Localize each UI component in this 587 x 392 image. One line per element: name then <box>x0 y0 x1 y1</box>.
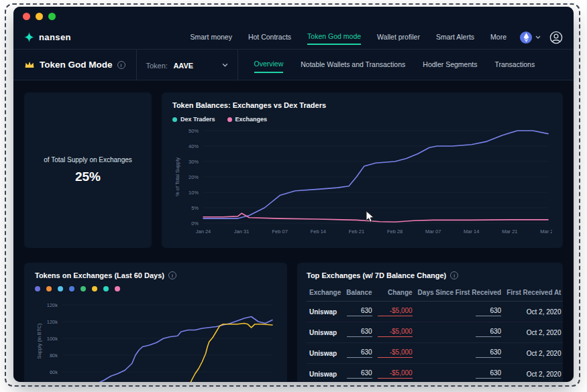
token-select-value: AAVE <box>173 62 193 70</box>
chart-title: Token Balances: Exchanges vs Dex Traders <box>172 101 552 109</box>
cell-first-received-at: Oct 2, 2020 <box>504 322 563 343</box>
cell-change: -$5,000 <box>375 364 415 383</box>
nav-item-wallet-profiler[interactable]: Wallet profiler <box>377 30 420 44</box>
brand-name: nansen <box>39 32 71 42</box>
legend-dot-7[interactable] <box>103 286 109 291</box>
legend-label: Dex Traders <box>180 116 215 123</box>
cell-first-received-at: Oct 2, 2020 <box>504 343 563 364</box>
value-with-tooltip[interactable]: 630 <box>476 328 501 337</box>
cell-days-since-first-received: 630 <box>415 364 504 383</box>
close-button[interactable] <box>23 13 30 20</box>
value-with-tooltip[interactable]: 630 <box>347 369 372 379</box>
value-with-tooltip[interactable]: 630 <box>347 328 372 337</box>
info-icon[interactable]: i <box>450 271 458 279</box>
app-window: nansen Smart moneyHot ContractsToken God… <box>13 7 574 382</box>
cell-first-received-at: Oct 2, 2020 <box>504 302 563 322</box>
cell-days-since-first-received: 630 <box>415 322 504 343</box>
tab-overview[interactable]: Overview <box>254 56 284 73</box>
svg-text:Supply (in BTC): Supply (in BTC) <box>36 323 42 358</box>
crown-icon <box>24 60 35 69</box>
cell-balance: 630 <box>343 364 374 383</box>
table-title: Top Exchanges (w/ 7D Balance Change) <box>307 271 446 279</box>
column-header-exchange[interactable]: Exchange <box>307 285 343 302</box>
svg-text:30%: 30% <box>189 159 199 165</box>
info-icon[interactable]: i <box>117 61 125 69</box>
legend-item-dex-traders[interactable]: Dex Traders <box>172 116 215 123</box>
titlebar <box>13 7 574 25</box>
column-header-change[interactable]: Change <box>375 285 415 302</box>
legend-dot-8[interactable] <box>115 286 120 291</box>
balances-chart[interactable]: 0%5%10%20%30%40%50%Jan 24Jan 31Feb 07Feb… <box>172 124 552 238</box>
cell-change: -$5,000 <box>375 302 415 322</box>
column-header-balance[interactable]: Balance <box>343 285 374 302</box>
token-select-label: Token: <box>146 62 168 70</box>
page-title: Token God Mode <box>40 60 113 70</box>
nansen-logo-icon <box>24 32 34 42</box>
value-with-tooltip[interactable]: 630 <box>347 307 372 316</box>
token-select[interactable]: Token: AAVE <box>137 50 237 80</box>
svg-text:Jan 31: Jan 31 <box>234 228 250 235</box>
cell-balance: 630 <box>343 322 374 343</box>
brand[interactable]: nansen <box>24 32 71 42</box>
column-header-days-since-first-received[interactable]: Days Since First Received <box>415 285 504 302</box>
legend-dot-6[interactable] <box>92 286 97 291</box>
cell-balance: 630 <box>343 302 374 322</box>
cell-exchange: Uniswap <box>307 302 343 322</box>
tokens-chart[interactable]: 120k120k100k80k60kSupply (in BTC) <box>35 294 276 382</box>
table-row: Uniswap630-$5,000630Oct 2, 2020 <box>307 343 563 364</box>
svg-text:50%: 50% <box>189 128 199 134</box>
svg-text:Feb 14: Feb 14 <box>311 228 326 235</box>
account-button[interactable] <box>549 31 563 44</box>
value-with-tooltip[interactable]: 630 <box>476 369 501 379</box>
legend-label: Exchanges <box>235 116 268 123</box>
svg-text:Jan 24: Jan 24 <box>196 228 211 235</box>
negative-change-value[interactable]: -$5,000 <box>378 369 413 379</box>
svg-text:Mar 28: Mar 28 <box>540 228 552 235</box>
nav-item-smart-money[interactable]: Smart money <box>190 30 231 44</box>
legend-dot-icon <box>172 117 177 122</box>
ethereum-icon <box>520 31 532 44</box>
value-with-tooltip[interactable]: 630 <box>476 348 501 358</box>
cell-days-since-first-received: 630 <box>415 302 504 322</box>
tab-hodler-segments[interactable]: Hodler Segments <box>423 57 477 72</box>
value-with-tooltip[interactable]: 630 <box>476 307 501 316</box>
tab-notable-wallets-and-transactions[interactable]: Notable Wallets and Transactions <box>301 57 405 72</box>
value-with-tooltip[interactable]: 630 <box>347 348 372 358</box>
chevron-down-icon <box>222 63 228 67</box>
tab-transactions[interactable]: Transactions <box>494 57 535 72</box>
cell-first-received-at: Oct 2, 2020 <box>504 364 563 383</box>
legend-dot-3[interactable] <box>58 286 63 291</box>
negative-change-value[interactable]: -$5,000 <box>378 328 413 337</box>
nav-item-more[interactable]: More <box>490 30 506 44</box>
header-tabs: OverviewNotable Wallets and Transactions… <box>238 50 574 80</box>
legend-dot-5[interactable] <box>81 286 86 291</box>
negative-change-value[interactable]: -$5,000 <box>378 307 413 316</box>
column-header-first-received-at[interactable]: First Received At <box>504 285 563 302</box>
svg-text:120k: 120k <box>47 319 58 325</box>
legend-dot-1[interactable] <box>35 286 40 291</box>
svg-text:40%: 40% <box>189 143 199 149</box>
nav-icons <box>520 31 563 44</box>
svg-text:Mar 07: Mar 07 <box>425 228 441 235</box>
main-content: of Total Supply on Exchanges 25% Token B… <box>13 80 574 382</box>
nav-item-hot-contracts[interactable]: Hot Contracts <box>248 30 291 44</box>
chart-title: Tokens on Exchanges (Last 60 Days) <box>35 271 164 279</box>
cell-days-since-first-received: 630 <box>415 343 504 364</box>
cell-exchange: Uniswap <box>307 322 343 343</box>
legend-dot-2[interactable] <box>46 286 52 291</box>
maximize-button[interactable] <box>48 13 56 20</box>
cell-exchange: Uniswap <box>307 343 343 364</box>
info-icon[interactable]: i <box>168 271 176 279</box>
negative-change-value[interactable]: -$5,000 <box>378 348 413 358</box>
chain-selector[interactable] <box>520 31 541 44</box>
svg-text:10%: 10% <box>189 190 199 196</box>
nav-item-token-god-mode[interactable]: Token God mode <box>307 29 361 45</box>
minimize-button[interactable] <box>36 13 43 20</box>
svg-text:100k: 100k <box>47 336 58 342</box>
svg-text:Feb 07: Feb 07 <box>272 228 288 235</box>
legend-dot-4[interactable] <box>69 286 74 291</box>
legend-item-exchanges[interactable]: Exchanges <box>227 116 268 123</box>
svg-text:60k: 60k <box>50 369 58 375</box>
nav-item-smart-alerts[interactable]: Smart Alerts <box>436 30 474 44</box>
svg-text:Mar 14: Mar 14 <box>464 228 479 235</box>
